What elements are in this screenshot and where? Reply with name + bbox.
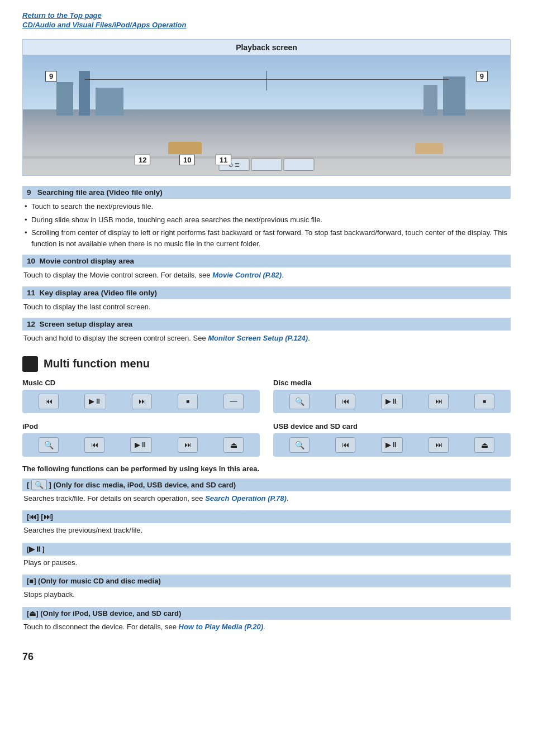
mfm-icon: [22, 356, 38, 372]
func-desc: The following functions can be performed…: [22, 465, 511, 473]
section-11-body: Touch to display the last control screen…: [22, 302, 511, 313]
section-9-header: 9 Searching file area (Video file only): [22, 186, 511, 199]
usb-sd-label: USB device and SD card: [273, 422, 511, 430]
disc-media-label: Disc media: [273, 379, 511, 387]
music-cd-section: Music CD ⏮ ▶⏸ ⏭ ■ —: [22, 379, 260, 413]
section-12-header: 12 Screen setup display area: [22, 318, 511, 331]
mfm-section: Multi function menu: [22, 356, 511, 372]
prev-track-btn-ipod[interactable]: ⏮: [84, 437, 104, 453]
music-cd-bar: ⏮ ▶⏸ ⏭ ■ —: [22, 390, 260, 413]
disc-media-bar: 🔍 ⏮ ▶⏸ ⏭ ■: [273, 390, 511, 413]
usb-sd-section: USB device and SD card 🔍 ⏮ ▶⏸ ⏭ ⏏: [273, 422, 511, 457]
playback-title: Playback screen: [23, 40, 510, 55]
ipod-label: iPod: [22, 422, 260, 430]
ipod-bar: 🔍 ⏮ ▶⏸ ⏭ ⏏: [22, 433, 260, 457]
func-eject-body: Touch to disconnect the device. For deta…: [22, 621, 511, 635]
next-track-btn-disc[interactable]: ⏭: [429, 394, 449, 409]
playback-image-area: 9 9 ⊙ ☰ 12 10 11: [23, 55, 510, 175]
func-search-body: Searches track/file. For details on sear…: [22, 493, 511, 506]
badge-11: 11: [216, 155, 231, 165]
movie-control-link[interactable]: Movie Control (P.82): [212, 271, 282, 279]
play-pause-btn-ipod[interactable]: ▶⏸: [130, 437, 152, 453]
badge-9-right: 9: [476, 71, 488, 82]
playback-screenshot: 9 9 ⊙ ☰ 12 10 11: [23, 55, 510, 175]
stop-btn-cd[interactable]: ■: [178, 394, 198, 409]
music-cd-label: Music CD: [22, 379, 260, 387]
section-12-body: Touch and hold to display the screen con…: [22, 333, 511, 344]
mfm-grid: Music CD ⏮ ▶⏸ ⏭ ■ — Disc media 🔍 ⏮ ▶⏸ ⏭ …: [22, 379, 511, 457]
func-playpause-header: [▶⏸]: [22, 543, 511, 556]
next-track-btn-usb[interactable]: ⏭: [429, 437, 449, 453]
disc-media-section: Disc media 🔍 ⏮ ▶⏸ ⏭ ■: [273, 379, 511, 413]
extra-btn-cd[interactable]: —: [223, 394, 244, 409]
monitor-setup-link[interactable]: Monitor Screen Setup (P.124): [208, 334, 308, 342]
top-page-link[interactable]: Return to the Top page: [22, 11, 511, 20]
how-to-play-link[interactable]: How to Play Media (P.20): [179, 623, 263, 631]
page-number: 76: [22, 651, 511, 663]
func-stop-body: Stops playback.: [22, 589, 511, 602]
prev-track-btn-usb[interactable]: ⏮: [335, 437, 355, 453]
func-search-header: [ 🔍 ] (Only for disc media, iPod, USB de…: [22, 479, 511, 491]
bullet-9-2: During slide show in USB mode, touching …: [22, 214, 511, 226]
play-pause-btn-disc[interactable]: ▶⏸: [381, 394, 403, 409]
badge-9-left: 9: [45, 71, 57, 82]
playback-section: Playback screen 9 9: [22, 39, 511, 176]
cd-audio-link[interactable]: CD/Audio and Visual Files/iPod/Apps Oper…: [22, 21, 511, 29]
eject-btn-usb[interactable]: ⏏: [474, 437, 494, 453]
section-11-header: 11 Key display area (Video file only): [22, 286, 511, 299]
prev-track-btn-disc[interactable]: ⏮: [335, 394, 355, 409]
search-btn-disc[interactable]: 🔍: [289, 394, 310, 409]
search-btn-ipod[interactable]: 🔍: [39, 437, 59, 453]
usb-sd-bar: 🔍 ⏮ ▶⏸ ⏭ ⏏: [273, 433, 511, 457]
func-playpause-body: Plays or pauses.: [22, 557, 511, 571]
func-eject-header: [⏏] (Only for iPod, USB device, and SD c…: [22, 607, 511, 620]
func-prevnext-body: Searches the previous/next track/file.: [22, 525, 511, 538]
section-10-header: 10 Movie control display area: [22, 255, 511, 267]
badge-10: 10: [179, 155, 195, 165]
prev-track-btn-cd[interactable]: ⏮: [39, 394, 59, 409]
play-pause-btn-cd[interactable]: ▶⏸: [84, 394, 106, 409]
func-prevnext-header: [⏮] [⏭]: [22, 510, 511, 523]
mfm-title: Multi function menu: [44, 357, 150, 370]
section-10-body: Touch to display the Movie control scree…: [22, 270, 511, 281]
next-track-btn-ipod[interactable]: ⏭: [178, 437, 198, 453]
search-operation-link[interactable]: Search Operation (P.78): [205, 494, 287, 503]
bullet-9-1: Touch to search the next/previous file.: [22, 201, 511, 212]
next-track-btn-cd[interactable]: ⏭: [132, 394, 152, 409]
section-9-bullets: Touch to search the next/previous file. …: [22, 201, 511, 249]
play-pause-btn-usb[interactable]: ▶⏸: [381, 437, 403, 453]
badge-12: 12: [135, 155, 150, 165]
stop-btn-disc[interactable]: ■: [474, 394, 494, 409]
search-btn-usb[interactable]: 🔍: [289, 437, 310, 453]
ipod-section: iPod 🔍 ⏮ ▶⏸ ⏭ ⏏: [22, 422, 260, 457]
bullet-9-3: Scrolling from center of display to left…: [22, 227, 511, 249]
eject-btn-ipod[interactable]: ⏏: [223, 437, 244, 453]
func-stop-header: [■] (Only for music CD and disc media): [22, 575, 511, 587]
